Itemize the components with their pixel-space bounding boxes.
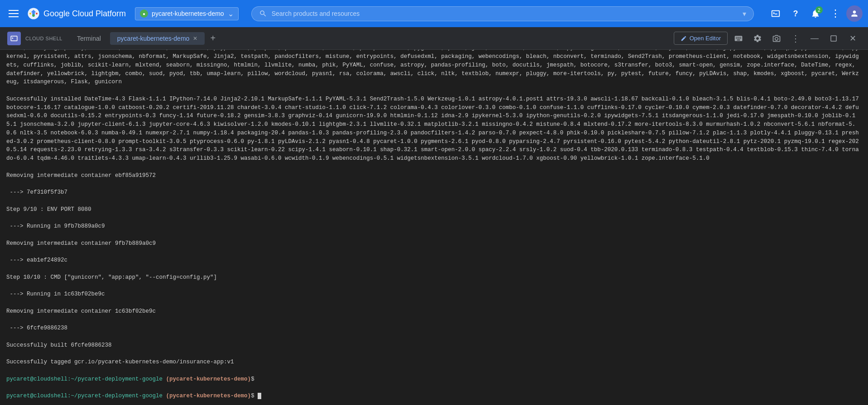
gcp-logo-icon [27,7,40,20]
terminal-line: Successfully tagged gcr.io/pycaret-kuber… [6,358,862,367]
terminal-line: Removing intermediate container 9fb7b889… [6,239,862,248]
terminal-line: Successfully installed DateTime-4.3 Flas… [6,95,862,163]
maximize-button[interactable] [825,30,842,47]
terminal-line: ---> 7ef310f5f3b7 [6,188,862,197]
terminal-line: Step 9/10 : ENV PORT 8080 [6,205,862,214]
open-editor-label: Open Editor [690,35,721,42]
search-bar[interactable]: Search products and resources ▾ [251,6,754,21]
project-selector[interactable]: ● pycaret-kubernetes-demo ⌄ [135,7,239,20]
terminal-line: Successfully built 6fcfe9886238 [6,341,862,350]
terminal-line: ---> Running in 1c63bf02be9c [6,290,862,299]
svg-point-1 [32,14,35,17]
svg-point-3 [36,13,38,14]
cloud-shell-bar: CLOUD SHELL Terminal pycaret-kubernetes-… [0,27,868,50]
terminal-prompt-line-2: pycaret@cloudshell:~/pycaret-deployment-… [6,392,862,400]
tab-pycaret[interactable]: pycaret-kubernetes-demo ✕ [110,32,205,45]
tabs-area: Terminal pycaret-kubernetes-demo ✕ + [70,32,219,45]
shell-right-actions: Open Editor ⋮ — ✕ [674,30,861,47]
prompt-proj-2: (pycaret-kubernetes-demo) [166,393,251,399]
nav-right-icons: ? 2 ⋮ [767,5,863,23]
prompt-dir: pycaret@cloudshell:~/pycaret-deployment-… [6,376,166,382]
more-shell-options-btn[interactable]: ⋮ [787,30,804,47]
notifications-button[interactable]: 2 [806,5,825,23]
prompt-proj: (pycaret-kubernetes-demo) [166,376,251,382]
camera-icon-btn[interactable] [768,30,785,47]
brand-area: Google Cloud Platform [27,7,126,20]
terminal-line: Removing intermediate container ebf85a91… [6,172,862,180]
terminal-prompt-line: pycaret@cloudshell:~/pycaret-deployment-… [6,375,862,384]
help-button[interactable]: ? [786,5,805,23]
terminal-line: Step 10/10 : CMD ["gunicorn", "app:app",… [6,273,862,282]
terminal-line: ---> Running in 9fb7b889a0c9 [6,222,862,231]
terminal-line: Removing intermediate container 1c63bf02… [6,307,862,316]
keyboard-icon-btn[interactable] [730,30,747,47]
project-icon: ● [140,10,148,18]
search-icon [259,10,267,18]
terminal-cursor [258,393,261,399]
more-options-button[interactable]: ⋮ [826,5,844,23]
close-terminal-button[interactable]: ✕ [844,30,861,47]
terminal-line: ---> 6fcfe9886238 [6,324,862,333]
menu-button[interactable] [5,5,22,22]
terminal-output[interactable]: Created wheel for pyrsistent: filename=p… [0,50,868,405]
cloud-shell-label: CLOUD SHELL [25,36,62,41]
add-tab-button[interactable]: + [206,32,219,45]
terminal-line: ---> eab1ef24892c [6,256,862,265]
minimize-button[interactable]: — [806,30,823,47]
search-input[interactable]: Search products and resources [272,10,738,17]
search-dropdown-icon: ▾ [743,10,746,18]
prompt-dir-2: pycaret@cloudshell:~/pycaret-deployment-… [6,393,166,399]
cloud-shell-terminal-icon [7,32,21,45]
user-avatar[interactable] [846,5,863,22]
svg-point-2 [29,13,31,14]
notification-badge: 2 [815,6,823,14]
project-chevron-icon: ⌄ [228,10,234,18]
top-navigation: Google Cloud Platform ● pycaret-kubernet… [0,0,868,27]
tab-terminal[interactable]: Terminal [70,32,108,45]
cloud-shell-icon-btn[interactable] [767,5,785,23]
settings-icon-btn[interactable] [749,30,766,47]
brand-name: Google Cloud Platform [43,9,126,19]
project-name: pycaret-kubernetes-demo [152,10,224,17]
tab-close-icon[interactable]: ✕ [193,35,197,42]
open-editor-button[interactable]: Open Editor [674,32,728,45]
tab-pycaret-label: pycaret-kubernetes-demo [117,35,190,42]
terminal-line: Installing collected packages: numpy, bl… [6,50,862,86]
